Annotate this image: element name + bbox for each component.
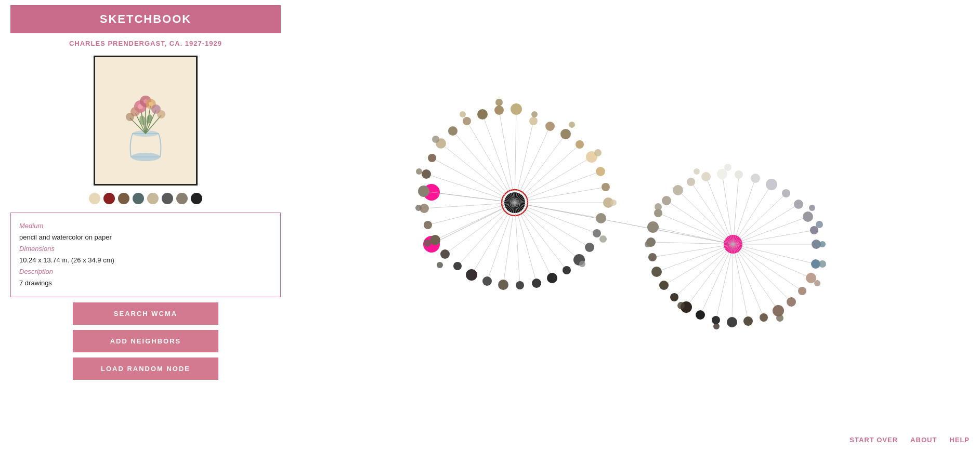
svg-point-91 (563, 266, 571, 274)
svg-point-173 (816, 221, 823, 228)
svg-point-70 (529, 117, 538, 125)
svg-point-172 (819, 241, 826, 247)
svg-line-40 (482, 114, 515, 203)
svg-line-114 (657, 244, 733, 272)
svg-line-124 (733, 244, 791, 302)
svg-point-68 (560, 129, 571, 139)
app-title: SKETCHBOOK (100, 12, 191, 25)
svg-point-83 (440, 249, 450, 259)
artwork-container (10, 56, 281, 186)
svg-point-85 (466, 269, 477, 281)
swatch-dark-red[interactable] (103, 193, 115, 204)
medium-value: pencil and watercolor on paper (19, 232, 272, 243)
svg-point-87 (498, 280, 508, 290)
svg-line-120 (732, 244, 733, 322)
svg-point-131 (794, 200, 803, 209)
svg-line-41 (467, 121, 515, 203)
svg-point-137 (701, 172, 711, 181)
svg-point-84 (453, 262, 462, 270)
svg-point-170 (579, 261, 585, 267)
svg-point-90 (547, 273, 557, 283)
svg-point-155 (787, 297, 796, 307)
svg-point-162 (531, 111, 538, 117)
svg-line-48 (428, 203, 515, 225)
svg-point-150 (712, 316, 720, 324)
svg-point-77 (428, 154, 436, 162)
svg-point-147 (670, 293, 678, 301)
svg-point-184 (819, 260, 826, 268)
svg-line-45 (426, 174, 515, 203)
svg-line-44 (432, 158, 515, 203)
swatch-dark-gray[interactable] (162, 193, 173, 204)
svg-line-122 (733, 244, 764, 317)
svg-point-168 (424, 240, 431, 247)
svg-point-15 (149, 102, 153, 106)
svg-point-65 (596, 167, 605, 176)
svg-line-38 (515, 109, 516, 203)
viz-area (291, 0, 967, 450)
svg-point-151 (727, 317, 737, 327)
svg-point-69 (545, 122, 555, 131)
svg-point-163 (495, 99, 503, 106)
artwork-subtitle: CHARLES PRENDERGAST, CA. 1927-1929 (10, 39, 281, 47)
svg-point-71 (511, 103, 522, 115)
svg-line-47 (424, 203, 515, 208)
svg-line-36 (515, 126, 550, 203)
svg-line-50 (445, 203, 515, 254)
svg-point-79 (418, 186, 429, 197)
svg-line-42 (453, 131, 515, 203)
svg-line-31 (515, 187, 606, 203)
svg-point-86 (482, 276, 492, 286)
svg-line-33 (515, 157, 592, 203)
swatch-gray-brown[interactable] (176, 193, 188, 204)
svg-point-164 (460, 111, 466, 117)
artwork-frame (94, 56, 198, 186)
start-over-link[interactable]: START OVER (850, 436, 898, 444)
svg-point-149 (696, 310, 705, 320)
swatch-teal-gray[interactable] (133, 193, 144, 204)
svg-point-81 (424, 221, 432, 229)
svg-point-176 (694, 168, 700, 175)
artwork-image (99, 61, 192, 180)
svg-point-169 (437, 262, 443, 268)
svg-point-64 (602, 183, 610, 191)
dimensions-label: Dimensions (19, 243, 272, 255)
svg-point-74 (463, 117, 471, 125)
svg-line-127 (733, 244, 816, 264)
svg-point-88 (516, 281, 524, 289)
svg-point-183 (814, 280, 820, 286)
svg-point-82 (430, 235, 440, 245)
svg-line-118 (700, 244, 733, 315)
svg-point-177 (655, 203, 662, 210)
about-link[interactable]: ABOUT (910, 436, 937, 444)
svg-point-167 (415, 205, 422, 211)
svg-point-89 (532, 279, 541, 288)
swatch-black[interactable] (191, 193, 202, 204)
svg-line-115 (664, 244, 733, 285)
help-link[interactable]: HELP (949, 436, 970, 444)
svg-point-136 (717, 169, 727, 179)
swatch-cream[interactable] (89, 193, 100, 204)
svg-point-135 (735, 170, 743, 179)
svg-point-178 (648, 226, 654, 232)
svg-line-37 (515, 121, 533, 203)
svg-point-139 (673, 185, 683, 195)
svg-point-181 (713, 323, 720, 329)
svg-line-58 (515, 203, 567, 270)
load-random-button[interactable]: LOAD RANDOM NODE (73, 358, 218, 380)
svg-line-111 (653, 227, 733, 244)
svg-point-153 (760, 313, 768, 322)
search-wcma-button[interactable]: SEARCH WCMA (73, 302, 218, 325)
svg-point-72 (494, 105, 504, 115)
svg-point-95 (596, 213, 606, 223)
svg-point-175 (724, 164, 731, 171)
svg-point-152 (743, 316, 753, 326)
title-bar: SKETCHBOOK (10, 5, 281, 33)
svg-point-174 (809, 205, 815, 211)
add-neighbors-button[interactable]: ADD NEIGHBORS (73, 330, 218, 352)
swatch-brown[interactable] (118, 193, 129, 204)
svg-line-25 (515, 203, 733, 244)
description-label: Description (19, 266, 272, 277)
swatch-tan[interactable] (147, 193, 159, 204)
footer-links: START OVER ABOUT HELP (850, 436, 970, 444)
